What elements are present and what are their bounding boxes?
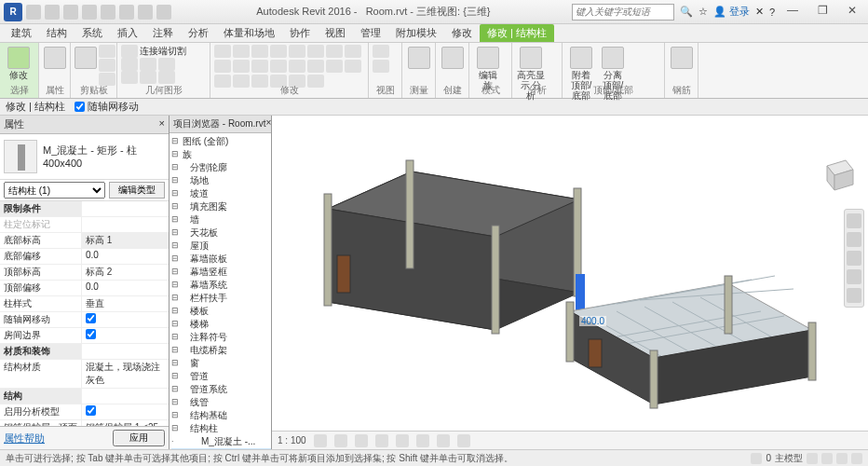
tree-node[interactable]: 注释符号 [171,331,271,344]
max-button[interactable]: ❐ [810,4,834,21]
reinf-button[interactable] [669,45,694,69]
m10-icon[interactable] [233,60,250,73]
crop2-icon[interactable] [416,434,429,447]
cope-icon[interactable] [121,45,138,58]
with-grid-checkbox[interactable]: 随轴网移动 [75,100,139,114]
qat-save-icon[interactable] [45,5,60,20]
browser-close-icon[interactable]: × [265,117,271,130]
m16-icon[interactable] [345,60,361,73]
close-button[interactable]: ✕ [840,4,864,21]
modify-button[interactable]: 修改 [4,45,34,80]
tab-addins[interactable]: 附加模块 [388,24,444,42]
sb-i5[interactable] [851,453,862,464]
instance-select[interactable]: 结构柱 (1) [4,182,105,199]
join-icon[interactable] [140,58,156,71]
tree-node[interactable]: 栏杆扶手 [171,292,271,305]
create-button[interactable] [440,45,465,69]
tab-view[interactable]: 视图 [318,24,353,42]
tab-struct[interactable]: 结构 [39,24,75,42]
m8-icon[interactable] [345,45,361,58]
tree-node[interactable]: 天花板 [171,226,271,240]
tree-node[interactable]: 族 [171,148,271,161]
tree-node[interactable]: 管道系统 [171,383,271,396]
m15-icon[interactable] [326,60,343,73]
grid-check[interactable] [86,313,96,323]
m7-icon[interactable] [326,45,343,58]
tree-node[interactable]: 管道 [171,370,271,383]
v1-icon[interactable] [373,45,389,58]
model-label[interactable]: 主模型 [775,452,803,465]
type-selector[interactable]: M_混凝土 - 矩形 - 柱400x400 [43,144,137,171]
tree-node[interactable]: 结构基础 [171,409,271,422]
steering-icon[interactable] [847,213,861,228]
tree-node[interactable]: 幕墙竖框 [171,266,271,279]
tab-analyze[interactable]: 分析 [181,24,216,42]
props-help-link[interactable]: 属性帮助 [4,432,45,445]
m5-icon[interactable] [289,45,305,58]
min-button[interactable]: — [780,4,805,21]
type-thumb[interactable] [4,140,37,173]
tree-node[interactable]: 墙 [171,213,271,226]
tree-node[interactable]: 幕墙系统 [171,279,271,292]
qat-more3-icon[interactable] [156,5,171,20]
g3-icon[interactable] [140,71,156,84]
visual-icon[interactable] [334,434,347,447]
tree-node[interactable]: 分割轮廓 [171,161,271,174]
m1-icon[interactable] [214,45,231,58]
tree-node[interactable]: 窗 [171,357,271,370]
search-input[interactable] [572,4,674,21]
reveal-icon[interactable] [457,434,470,447]
copy-icon[interactable] [99,59,115,72]
m6-icon[interactable] [307,45,324,58]
cut-icon[interactable] [99,45,115,58]
m9-icon[interactable] [214,60,231,73]
tree-node[interactable]: 幕墙嵌板 [171,253,271,266]
app-menu-button[interactable]: R [4,3,22,21]
measure-button[interactable] [406,45,431,69]
qat-more2-icon[interactable] [138,5,153,20]
tree-node[interactable]: 屋顶 [171,240,271,253]
qat-redo-icon[interactable] [82,5,97,20]
props-close-icon[interactable]: × [159,117,165,131]
pan-icon[interactable] [847,232,861,247]
orbit-icon[interactable] [847,269,861,284]
m11-icon[interactable] [251,60,268,73]
tab-arch[interactable]: 建筑 [4,24,39,42]
room-check[interactable] [86,329,96,339]
sb-i3[interactable] [821,453,833,464]
m14-icon[interactable] [307,60,324,73]
tab-collab[interactable]: 协作 [282,24,318,42]
tree-node[interactable]: 填充图案 [171,200,271,213]
m3-icon[interactable] [251,45,268,58]
tree-node[interactable]: 电缆桥架 [171,344,271,357]
tree-node[interactable]: 楼梯 [171,318,271,331]
m12-icon[interactable] [270,60,287,73]
g2-icon[interactable] [121,71,138,84]
scale-label[interactable]: 1 : 100 [278,435,306,445]
tab-context[interactable]: 修改 | 结构柱 [480,24,554,42]
viewport[interactable]: 400.0 1 : 100 [272,116,868,449]
apply-button[interactable]: 应用 [113,430,165,446]
m2-icon[interactable] [233,45,250,58]
sb-i4[interactable] [836,453,848,464]
qat-more-icon[interactable] [119,5,134,20]
props-grid[interactable]: 限制条件 柱定位标记 底部标高标高 1 底部偏移0.0 顶部标高标高 2 顶部偏… [0,201,169,426]
m4-icon[interactable] [270,45,287,58]
m13-icon[interactable] [289,60,305,73]
sign-in-link[interactable]: 👤 登录 [713,5,750,19]
zoom-icon[interactable] [847,251,861,266]
tree-node[interactable]: 场地 [171,174,271,187]
cut2-icon[interactable] [121,58,138,71]
v2-icon[interactable] [373,60,389,73]
analytic-check[interactable] [86,405,96,416]
tree-node[interactable]: M_混凝土 -... [171,435,271,448]
help-icon[interactable]: ? [769,7,775,18]
star-icon[interactable]: ☆ [698,6,708,18]
tree-node[interactable]: 图纸 (全部) [171,135,271,148]
qat-open-icon[interactable] [26,5,41,20]
paste-button[interactable] [75,45,97,69]
tab-massing[interactable]: 体量和场地 [216,24,282,42]
tree-node[interactable]: 400x400 [171,448,271,449]
g4-icon[interactable] [158,71,175,84]
edit-type-button[interactable]: 编辑类型 [109,182,165,199]
